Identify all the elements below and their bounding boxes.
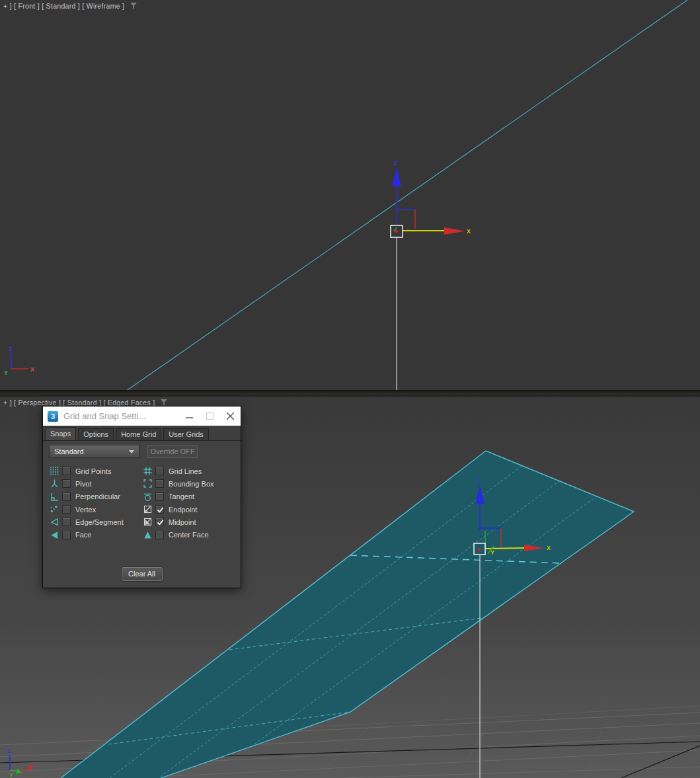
x-axis-arrow[interactable] — [444, 227, 465, 235]
bounding-box-icon — [142, 479, 153, 488]
snap-label-endpoint: Endpoint — [169, 506, 197, 514]
snap-label-grid-points: Grid Points — [75, 467, 111, 475]
application-window: Z X Z X Y + ] [ Front ] [ Standard ] [ W… — [0, 0, 700, 778]
face-checkbox[interactable] — [62, 531, 71, 539]
snap-column-right: Grid LinesBounding BoxTangentEndpointMid… — [142, 465, 235, 541]
snap-label-face: Face — [75, 531, 91, 539]
viewport-front[interactable]: Z X Z X Y + ] [ Front ] [ Standard ] [ W… — [0, 0, 700, 390]
snap-row-bounding-box: Bounding Box — [142, 477, 235, 490]
front-viewport-label[interactable]: + ] [ Front ] [ Standard ] [ Wireframe ] — [3, 2, 137, 10]
snap-label-center-face: Center Face — [169, 531, 209, 539]
tangent-checkbox[interactable] — [155, 492, 164, 501]
clear-all-button[interactable]: Clear All — [122, 567, 163, 581]
edge-segment-icon — [49, 517, 59, 527]
dialog-tab-bar: SnapsOptionsHome GridUser Grids — [43, 426, 241, 441]
minimize-button[interactable] — [179, 407, 200, 426]
snap-label-midpoint: Midpoint — [169, 518, 196, 526]
viewport-filter-icon[interactable] — [160, 399, 168, 406]
tab-snaps[interactable]: Snaps — [45, 427, 76, 440]
world-y-label: Y — [9, 772, 13, 778]
y-axis-label: Y — [490, 549, 494, 556]
snap-label-pivot: Pivot — [75, 480, 91, 488]
perpendicular-icon — [49, 492, 59, 502]
world-y-label: Y — [4, 370, 8, 376]
tab-home-grid[interactable]: Home Grid — [116, 428, 161, 440]
snap-preset-value: Standard — [54, 447, 129, 455]
dialog-title: Grid and Snap Setti... — [63, 411, 179, 421]
viewport-splitter[interactable] — [0, 390, 700, 397]
grid-snap-settings-dialog: 3 Grid and Snap Setti... SnapsOptionsHom… — [42, 406, 241, 588]
grid-lines-icon — [142, 466, 153, 476]
snap-column-left: Grid PointsPivotPerpendicularVertexEdge/… — [49, 465, 142, 541]
pivot-point — [478, 548, 481, 551]
snap-label-grid-lines: Grid Lines — [169, 467, 202, 475]
vertex-icon — [49, 504, 59, 514]
x-axis-label: X — [467, 228, 471, 235]
snap-row-face: Face — [49, 528, 142, 541]
dropdown-caret-icon — [129, 450, 134, 453]
z-axis-arrow[interactable] — [392, 167, 401, 186]
snap-row-edge-segment: Edge/Segment — [49, 516, 142, 528]
snap-label-vertex: Vertex — [75, 506, 96, 514]
z-axis-label: Z — [477, 478, 481, 485]
snap-row-center-face: Center Face — [142, 528, 235, 541]
snap-row-grid-points: Grid Points — [49, 465, 142, 477]
world-axis-front: Z X Y — [4, 346, 34, 376]
pivot-icon — [49, 479, 59, 488]
z-axis-label: Z — [394, 159, 398, 166]
face-icon — [49, 530, 59, 540]
snap-row-vertex: Vertex — [49, 503, 142, 516]
snap-label-bounding-box: Bounding Box — [169, 480, 214, 488]
world-x-label: X — [30, 366, 34, 373]
viewport-filter-icon[interactable] — [130, 3, 137, 9]
snap-label-perpendicular: Perpendicular — [75, 492, 120, 500]
midpoint-icon — [142, 517, 153, 527]
midpoint-checkbox[interactable] — [155, 518, 164, 526]
snap-row-perpendicular: Perpendicular — [49, 490, 142, 503]
x-axis-label: X — [547, 545, 551, 551]
close-button[interactable] — [220, 407, 241, 426]
snap-row-pivot: Pivot — [49, 477, 142, 490]
tangent-icon — [142, 492, 153, 502]
maximize-button[interactable] — [200, 407, 220, 426]
wireframe-line — [126, 0, 687, 390]
snap-row-midpoint: Midpoint — [142, 516, 235, 528]
grid-y-axis-line — [621, 746, 700, 778]
front-viewport-label-text[interactable]: + ] [ Front ] [ Standard ] [ Wireframe ] — [3, 2, 124, 10]
tab-user-grids[interactable]: User Grids — [163, 428, 209, 440]
endpoint-checkbox[interactable] — [155, 505, 164, 514]
x-axis-handle[interactable] — [485, 548, 524, 549]
endpoint-icon — [142, 504, 153, 514]
snaps-tab-panel: Standard Override OFF Grid PointsPivotPe… — [43, 441, 241, 589]
snap-label-tangent: Tangent — [169, 492, 194, 500]
center-face-checkbox[interactable] — [155, 531, 164, 539]
snap-row-grid-lines: Grid Lines — [142, 465, 235, 477]
snap-label-edge-segment: Edge/Segment — [75, 518, 124, 526]
vertex-checkbox[interactable] — [62, 505, 71, 514]
bounding-box-checkbox[interactable] — [155, 479, 164, 488]
grid-points-icon — [49, 466, 59, 476]
snap-preset-dropdown[interactable]: Standard — [49, 445, 139, 458]
grid-points-checkbox[interactable] — [62, 467, 71, 475]
world-x-arrow — [29, 765, 34, 771]
center-face-icon — [142, 530, 153, 540]
front-viewport-canvas: Z X Z X Y — [0, 0, 700, 390]
perpendicular-checkbox[interactable] — [62, 492, 71, 501]
pivot-checkbox[interactable] — [62, 479, 71, 488]
world-z-label: Z — [9, 346, 13, 352]
dialog-titlebar[interactable]: 3 Grid and Snap Setti... — [43, 407, 241, 426]
tab-options[interactable]: Options — [78, 428, 114, 440]
snap-row-endpoint: Endpoint — [142, 503, 235, 516]
edge-segment-checkbox[interactable] — [62, 518, 71, 526]
3dsmax-logo-icon: 3 — [48, 411, 58, 422]
snap-row-tangent: Tangent — [142, 490, 235, 503]
override-button[interactable]: Override OFF — [147, 445, 198, 458]
pivot-point — [395, 230, 398, 233]
grid-lines-checkbox[interactable] — [155, 467, 164, 475]
world-z-label: Z — [7, 748, 11, 754]
